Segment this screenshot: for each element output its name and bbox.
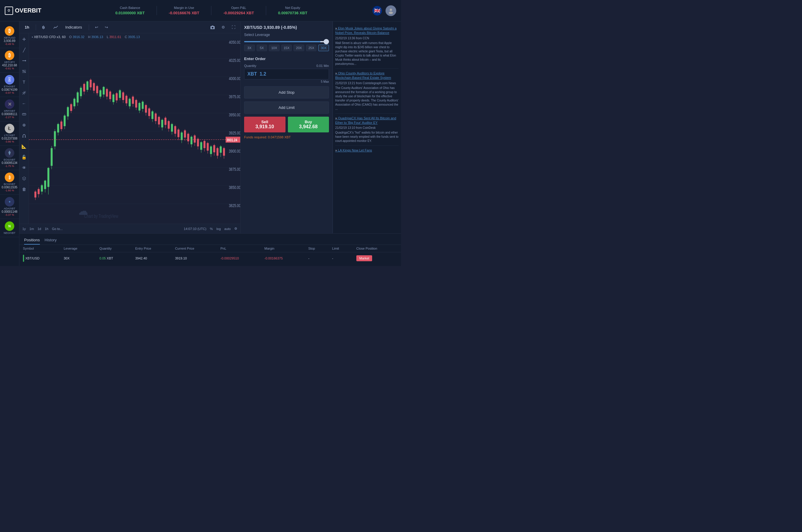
chart-body: ✛ ╱ xyxy=(19,33,240,224)
position-symbol: XBT/USD xyxy=(19,252,60,265)
position-stop: - xyxy=(304,252,328,265)
goto-button[interactable]: Go to... xyxy=(52,227,62,231)
leverage-thumb[interactable] xyxy=(323,39,329,44)
tab-positions[interactable]: Positions xyxy=(24,236,40,245)
layers-tool[interactable] xyxy=(21,175,28,182)
chart-log[interactable]: log xyxy=(217,227,221,231)
ohlc-c: C 3935.13 xyxy=(125,35,140,39)
news-title-4[interactable]: LA Kings Now Let Fans xyxy=(335,148,398,153)
cash-balance-value: 0.01000000 XBT xyxy=(115,11,145,15)
sell-button[interactable]: Sell 3,919.10 xyxy=(244,117,285,132)
bch-icon: ₿ xyxy=(5,173,14,182)
crosshair-tool[interactable]: ✛ xyxy=(21,36,28,43)
indicators-button[interactable]: Indicators xyxy=(63,24,84,31)
leverage-25x[interactable]: 25X xyxy=(306,45,317,51)
leverage-15x[interactable]: 15X xyxy=(281,45,292,51)
leverage-slider[interactable] xyxy=(244,41,329,42)
timeframe-button[interactable]: 1h xyxy=(22,24,32,31)
undo-button[interactable]: ↩ xyxy=(93,24,100,31)
leverage-10x[interactable]: 10X xyxy=(269,45,280,51)
svg-rect-93 xyxy=(109,92,111,99)
add-limit-button[interactable]: Add Limit xyxy=(244,101,329,114)
zoom-1y[interactable]: 1y xyxy=(22,227,26,231)
tab-history[interactable]: History xyxy=(45,236,57,245)
zoom-tool[interactable]: ⊕ xyxy=(21,121,28,129)
ada-xbt-price: 0.00001148 xyxy=(2,210,18,213)
chart-settings-footer[interactable]: ⚙ xyxy=(234,227,237,231)
news-meta-3: 21/02/19 13:10 from CoinDesk xyxy=(335,126,398,129)
logo: O OVERBIT xyxy=(5,6,41,15)
col-current-price: Current Price xyxy=(171,245,217,252)
svg-rect-99 xyxy=(119,90,121,98)
lock-tool[interactable]: 🔓 xyxy=(21,154,28,161)
svg-rect-107 xyxy=(132,97,134,104)
close-position-button[interactable]: Market xyxy=(356,255,372,261)
svg-point-0 xyxy=(390,8,392,11)
svg-text:3950.00: 3950.00 xyxy=(229,113,240,117)
logo-box: O xyxy=(5,6,13,15)
zoom-1m[interactable]: 1m xyxy=(30,227,34,231)
sidebar-item-eos-xbt[interactable]: EOS/XBT 0.00095134 -1.75 % xyxy=(0,146,19,170)
news-title-3[interactable]: QuadrigaCX Has Sent All Its Bitcoin and … xyxy=(335,116,398,125)
zoom-1h[interactable]: 1h xyxy=(45,227,48,231)
ruler-tool[interactable]: 📐 xyxy=(21,143,28,150)
net-equity-label: Net Equity xyxy=(278,6,307,10)
arrow-tool[interactable]: ← xyxy=(21,100,28,107)
stat-cash-balance: Cash Balance 0.01000000 XBT xyxy=(104,6,157,15)
text-tool[interactable]: T xyxy=(21,79,28,86)
measure-tool[interactable] xyxy=(21,111,28,118)
col-close-position: Close Position xyxy=(353,245,401,252)
settings-button[interactable]: ⚙ xyxy=(220,24,227,31)
col-pnl: PnL xyxy=(217,245,261,252)
sidebar-item-ltc-xbt[interactable]: Ł LTC/XBT 0.01237308 -3.86 % xyxy=(0,121,19,146)
news-title-2[interactable]: Ohio County Auditors to Explore Blockcha… xyxy=(335,71,398,80)
svg-rect-91 xyxy=(106,89,108,97)
chart-percent[interactable]: % xyxy=(210,227,213,231)
fullscreen-button[interactable]: ⛶ xyxy=(230,24,237,31)
language-flag[interactable]: 🇬🇧 xyxy=(372,6,382,16)
eye-tool[interactable]: 👁 xyxy=(21,164,28,171)
magnet-tool[interactable] xyxy=(21,132,28,139)
gann-tool[interactable] xyxy=(21,89,28,96)
sidebar-item-xbt-jpy[interactable]: ₿ XBT/JPY 432,210.68 -0.61 % xyxy=(0,48,19,73)
sidebar-item-bch-xbt[interactable]: ₿ BCH/XBT 0.03611535 -1.60 % xyxy=(0,170,19,195)
chart-auto[interactable]: auto xyxy=(224,227,231,231)
quantity-input[interactable] xyxy=(244,69,329,79)
user-avatar[interactable] xyxy=(386,5,396,16)
fibonacci-tool[interactable] xyxy=(21,68,28,75)
line-tool[interactable]: ╱ xyxy=(21,46,28,54)
compare-button[interactable] xyxy=(52,24,60,31)
trash-tool[interactable]: 🗑 xyxy=(21,186,28,193)
quantity-max: 5 Max xyxy=(321,80,329,83)
chart-area[interactable]: ▪ XBT/USD CFD x3, 60 O 3916.32 H 3936.13… xyxy=(29,33,240,224)
sidebar-item-xbt-usd[interactable]: ₿ XBT/USD 3,930.89 -0.49 % xyxy=(0,24,19,48)
leverage-3x[interactable]: 3X xyxy=(244,45,255,51)
redo-button[interactable]: ↪ xyxy=(103,24,110,31)
leverage-20x[interactable]: 20X xyxy=(294,45,304,51)
leverage-5x[interactable]: 5X xyxy=(257,45,267,51)
svg-rect-6 xyxy=(43,25,44,29)
main-layout: ₿ XBT/USD 3,930.89 -0.49 % ₿ XBT/JPY 432… xyxy=(0,21,401,266)
horizontal-line-tool[interactable] xyxy=(21,57,28,64)
svg-rect-79 xyxy=(86,81,89,90)
eos-xbt-pair: EOS/XBT xyxy=(4,158,15,161)
leverage-slider-container: 3X 5X 10X 15X 20X 25X 30X xyxy=(244,41,329,51)
svg-marker-24 xyxy=(22,177,26,179)
toolbar-sep-2 xyxy=(89,24,89,30)
positions-header: Symbol Leverage Quantity Entry Price Cur… xyxy=(19,245,401,252)
sidebar-item-neo-xbt[interactable]: N NEO/XBT xyxy=(0,219,19,237)
leverage-30x[interactable]: 30X xyxy=(318,45,329,51)
chart-type-button[interactable] xyxy=(40,24,49,31)
buy-button[interactable]: Buy 3,942.68 xyxy=(288,117,329,132)
zoom-1d[interactable]: 1d xyxy=(38,227,41,231)
screenshot-button[interactable] xyxy=(208,24,217,31)
sidebar-item-xrp-xbt[interactable]: ✕ XRP/XBT 0.00008111 -2.27 % xyxy=(0,97,19,121)
chart-symbol: ▪ XBT/USD CFD x3, 60 xyxy=(32,35,66,39)
sidebar-item-eth-xbt[interactable]: Ξ ETH/XBT 0.03674199 -0.97 % xyxy=(0,73,19,97)
xbt-usd-price: 3,930.89 xyxy=(4,39,16,42)
sidebar-item-ada-xbt[interactable]: ✦ ADA/XBT 0.00001148 -3.37 % xyxy=(0,195,19,219)
news-title-1[interactable]: Elon Musk Jokes about Giving Satoshi a N… xyxy=(335,26,398,35)
add-stop-button[interactable]: Add Stop xyxy=(244,86,329,98)
eth-xbt-price: 0.03674199 xyxy=(2,88,18,91)
enter-order-title: Enter Order xyxy=(244,57,329,61)
